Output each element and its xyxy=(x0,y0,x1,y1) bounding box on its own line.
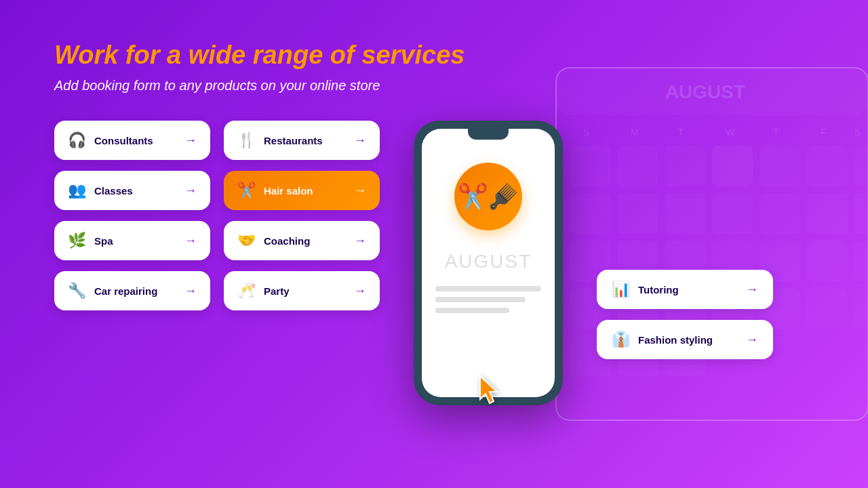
spa-icon: 🌿 xyxy=(68,232,86,249)
services-layout: 🎧 Consultants → 👥 Classes → 🌿 Spa → xyxy=(54,121,814,405)
fashion-styling-arrow: → xyxy=(746,333,758,347)
party-arrow: → xyxy=(354,284,366,298)
card-spa[interactable]: 🌿 Spa → xyxy=(54,221,210,260)
restaurants-icon: 🍴 xyxy=(237,131,256,149)
tutoring-arrow: → xyxy=(746,283,758,297)
phone-line-2 xyxy=(435,297,526,302)
main-content: Work for a wide range of services Add bo… xyxy=(0,0,868,432)
hair-salon-icon: ✂️ xyxy=(237,182,256,199)
card-tutoring[interactable]: 📊 Tutoring → xyxy=(597,270,773,309)
fashion-styling-icon: 👔 xyxy=(612,331,630,348)
spa-label: Spa xyxy=(94,235,113,247)
card-party[interactable]: 🥂 Party → xyxy=(224,271,380,310)
consultants-label: Consultants xyxy=(94,135,153,146)
phone-content-lines xyxy=(435,286,542,313)
phone-month-label: AUGUST xyxy=(445,251,532,272)
subtitle: Add booking form to any products on your… xyxy=(54,78,814,94)
restaurants-arrow: → xyxy=(354,134,366,148)
car-repairing-icon: 🔧 xyxy=(68,282,86,300)
classes-arrow: → xyxy=(184,184,197,198)
hair-salon-arrow: → xyxy=(354,184,366,198)
phone-app-icon: ✂️🪮 xyxy=(454,163,522,230)
phone-line-1 xyxy=(435,286,542,291)
party-label: Party xyxy=(264,285,290,297)
card-hair-salon[interactable]: ✂️ Hair salon → xyxy=(224,171,380,210)
restaurants-label: Restaurants xyxy=(264,135,323,146)
consultants-icon: 🎧 xyxy=(68,131,86,149)
car-repairing-arrow: → xyxy=(184,284,197,298)
coaching-label: Coaching xyxy=(264,235,310,247)
middle-column: 🍴 Restaurants → ✂️ Hair salon → 🤝 Coachi… xyxy=(224,121,380,310)
scissors-icon: ✂️🪮 xyxy=(458,182,519,211)
classes-icon: 👥 xyxy=(68,182,86,199)
party-icon: 🥂 xyxy=(237,282,256,300)
phone-device: ✂️🪮 AUGUST xyxy=(414,121,563,405)
card-fashion-styling[interactable]: 👔 Fashion styling → xyxy=(597,320,773,359)
right-column: 📊 Tutoring → 👔 Fashion styling → xyxy=(597,270,773,359)
headline: Work for a wide range of services xyxy=(54,41,814,70)
consultants-arrow: → xyxy=(184,134,197,148)
phone-screen: ✂️🪮 AUGUST xyxy=(422,129,555,397)
phone-notch xyxy=(468,129,509,140)
card-classes[interactable]: 👥 Classes → xyxy=(54,171,210,210)
hair-salon-label: Hair salon xyxy=(264,185,313,197)
classes-label: Classes xyxy=(94,185,133,197)
left-column: 🎧 Consultants → 👥 Classes → 🌿 Spa → xyxy=(54,121,210,310)
tutoring-icon: 📊 xyxy=(612,281,630,298)
card-consultants[interactable]: 🎧 Consultants → xyxy=(54,121,210,160)
car-repairing-label: Car repairing xyxy=(94,285,157,297)
coaching-arrow: → xyxy=(354,234,366,248)
cursor-pointer xyxy=(475,373,502,412)
coaching-icon: 🤝 xyxy=(237,232,256,249)
tutoring-label: Tutoring xyxy=(638,284,679,296)
phone-mockup: ✂️🪮 AUGUST xyxy=(414,121,563,405)
card-coaching[interactable]: 🤝 Coaching → xyxy=(224,221,380,260)
card-car-repairing[interactable]: 🔧 Car repairing → xyxy=(54,271,210,310)
spa-arrow: → xyxy=(184,234,197,248)
fashion-styling-label: Fashion styling xyxy=(638,334,713,346)
card-restaurants[interactable]: 🍴 Restaurants → xyxy=(224,121,380,160)
phone-line-3 xyxy=(435,308,510,313)
